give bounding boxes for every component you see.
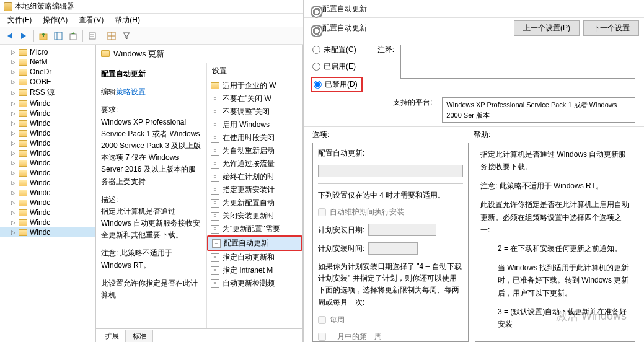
tree-item[interactable]: ▷Windc <box>0 108 95 118</box>
prev-setting-button[interactable]: 上一个设置(P) <box>514 20 580 36</box>
dialog-subtitle: 配置自动更新 <box>322 23 367 33</box>
description-pane: 配置自动更新 编辑策略设置 要求: Windows XP Professiona… <box>96 63 206 328</box>
next-setting-button[interactable]: 下一个设置 <box>583 20 639 36</box>
folder-icon <box>211 82 219 89</box>
up-button[interactable] <box>37 29 50 43</box>
setting-item[interactable]: ≡指定自动更新和 <box>207 251 302 264</box>
panel-header: Windows 更新 <box>96 45 302 63</box>
tree-icon <box>54 32 63 40</box>
setting-item[interactable]: ≡关闭安装更新时 <box>207 209 302 222</box>
tree-item[interactable]: ▷Windc <box>0 128 95 138</box>
setting-item[interactable]: ≡允许通过按流量 <box>207 157 302 170</box>
filter-button[interactable] <box>120 29 133 43</box>
setting-item[interactable]: ≡为自动重新启动 <box>207 144 302 157</box>
arrow-right-icon <box>21 33 29 39</box>
tree-item[interactable]: ▷Windc <box>0 99 95 108</box>
toolbar-button-1[interactable] <box>105 29 118 43</box>
setting-item[interactable]: ≡不要在"关闭 W <box>207 92 302 105</box>
setting-item[interactable]: ≡指定 Intranet M <box>207 264 302 277</box>
tree-item[interactable]: ▷OneDr <box>0 67 95 77</box>
setting-item[interactable]: ≡配置自动更新 <box>207 235 302 251</box>
tree-item[interactable]: ▷Micro <box>0 47 95 57</box>
properties-icon <box>88 32 97 40</box>
export-button[interactable] <box>66 29 80 43</box>
policy-icon: ≡ <box>211 108 219 116</box>
tree-item[interactable]: ▷Windc <box>0 118 95 128</box>
menu-help[interactable]: 帮助(H) <box>110 14 145 27</box>
auto-maint-checkbox[interactable] <box>318 208 326 216</box>
radio-notconfigured[interactable] <box>312 46 320 54</box>
tab-extended[interactable]: 扩展 <box>99 330 126 342</box>
tree-item[interactable]: ▷NetM <box>0 57 95 67</box>
policy-icon: ≡ <box>212 239 221 248</box>
req-heading: 要求: <box>101 104 201 116</box>
dialog-titlebar: 配置自动更新 <box>304 0 644 17</box>
tree-item[interactable]: ▷RSS 源 <box>0 87 95 99</box>
firstweek-checkbox[interactable] <box>318 333 326 341</box>
panel-title: Windows 更新 <box>113 48 164 59</box>
radio-disabled[interactable] <box>314 81 322 89</box>
toolbar <box>0 27 303 45</box>
menu-file[interactable]: 文件(F) <box>2 14 37 27</box>
column-header[interactable]: 设置 <box>207 63 302 79</box>
tree-item[interactable]: ▷Windc <box>0 138 95 148</box>
show-hide-tree-button[interactable] <box>51 29 65 43</box>
config-combo[interactable] <box>318 165 463 177</box>
options-label: 选项: <box>312 129 474 140</box>
properties-button[interactable] <box>86 29 99 43</box>
radio-enabled[interactable] <box>312 63 320 71</box>
forward-button[interactable] <box>17 29 31 43</box>
desc-note: 注意: 此策略不适用于 Windows RT。 <box>101 247 201 271</box>
desc-text2: 此设置允许你指定是否在此计算机 <box>101 278 201 301</box>
folder-icon <box>101 50 110 57</box>
policy-icon: ≡ <box>211 253 219 262</box>
setting-item[interactable]: ≡自动更新检测频 <box>207 277 302 290</box>
menu-action[interactable]: 操作(A) <box>38 14 73 27</box>
folder-icon <box>19 190 27 196</box>
folder-icon <box>19 69 27 76</box>
setting-item[interactable]: 适用于企业的 W <box>207 79 302 92</box>
weekly-checkbox[interactable] <box>318 316 326 324</box>
setting-item[interactable]: ≡启用 Windows <box>207 118 302 131</box>
setting-item[interactable]: ≡不要调整"关闭 <box>207 105 302 118</box>
edit-policy-link[interactable]: 策略设置 <box>116 87 146 96</box>
setting-item[interactable]: ≡为更新配置自动 <box>207 196 302 209</box>
tree-item[interactable]: ▷Windc <box>0 168 95 178</box>
titlebar: 本地组策略编辑器 <box>0 0 303 14</box>
folder-icon <box>19 180 27 186</box>
policy-icon: ≡ <box>211 147 219 156</box>
view-tabs: 扩展 标准 <box>96 328 302 342</box>
tree-item[interactable]: ▷Windc <box>0 188 95 198</box>
back-button[interactable] <box>2 29 16 43</box>
tree-item[interactable]: ▷OOBE <box>0 77 95 87</box>
policy-icon: ≡ <box>211 279 219 288</box>
policy-icon: ≡ <box>211 121 219 129</box>
setting-item[interactable]: ≡始终在计划的时 <box>207 170 302 183</box>
tree-item[interactable]: ▷Windc <box>0 208 95 217</box>
setting-item[interactable]: ≡为"更新配置"需要 <box>207 222 302 235</box>
setting-item[interactable]: ≡指定更新安装计 <box>207 183 302 196</box>
svg-rect-4 <box>89 33 95 39</box>
tree-item[interactable]: ▷Windc <box>0 217 95 227</box>
tree-item[interactable]: ▷Windc <box>0 158 95 168</box>
tree-item[interactable]: ▷Windc <box>0 178 95 188</box>
nav-tree[interactable]: ▷Micro▷NetM▷OneDr▷OOBE▷RSS 源▷Windc▷Windc… <box>0 45 96 342</box>
folder-icon <box>19 89 27 96</box>
tab-standard[interactable]: 标准 <box>126 330 153 342</box>
setting-item[interactable]: ≡在使用时段关闭 <box>207 131 302 144</box>
sched-day-combo[interactable] <box>368 224 436 236</box>
folder-icon <box>19 79 27 86</box>
comment-textarea[interactable] <box>400 45 635 79</box>
folder-icon <box>19 49 27 56</box>
policy-icon: ≡ <box>211 199 219 208</box>
tree-item[interactable]: ▷Windc <box>0 227 95 237</box>
tree-item[interactable]: ▷Windc <box>0 148 95 158</box>
sched-time-combo[interactable] <box>368 242 418 255</box>
help-label: 帮助: <box>474 129 635 140</box>
options-box: 配置自动更新: 下列设置仅在选中 4 时才需要和适用。 自动维护期间执行安装 计… <box>312 142 469 342</box>
policy-icon: ≡ <box>211 95 219 103</box>
menu-view[interactable]: 查看(V) <box>74 14 108 27</box>
folder-icon <box>19 140 27 147</box>
tree-item[interactable]: ▷Windc <box>0 198 95 208</box>
comment-label: 注释: <box>377 45 394 91</box>
